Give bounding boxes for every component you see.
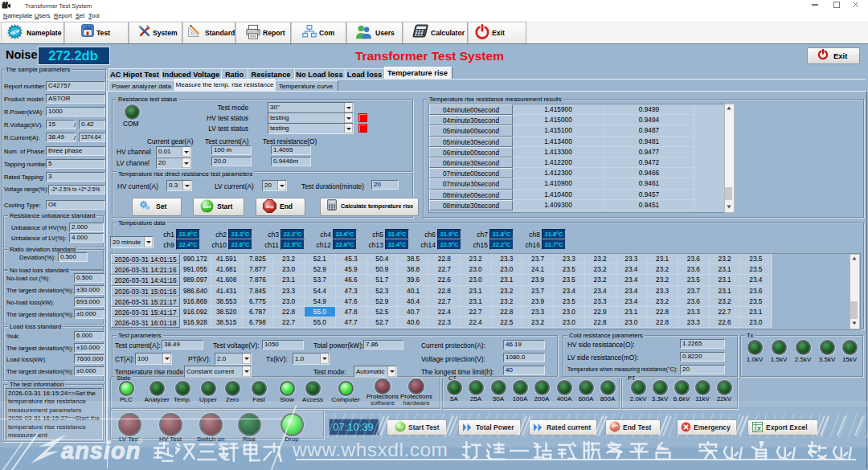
svg-text:Start: Start (203, 205, 211, 209)
svg-text:Stop: Stop (265, 205, 273, 209)
